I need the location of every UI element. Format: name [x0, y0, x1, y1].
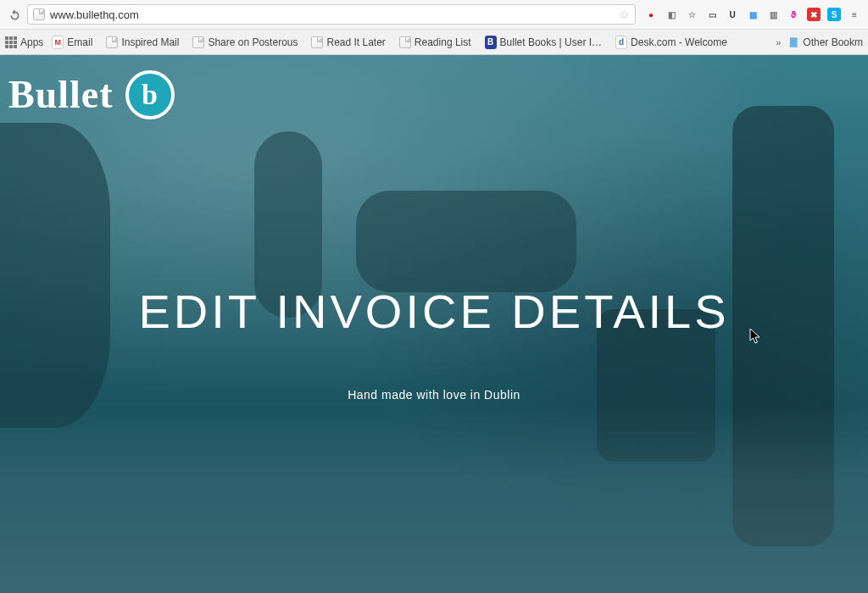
extensions-strip: ●◧☆▭U▦▥ϑ✖S≡ — [639, 6, 863, 23]
brand-badge: b — [125, 70, 175, 119]
bookmark-label: Inspired Mail — [121, 36, 179, 48]
hero-subtitle: Hand made with love in Dublin — [0, 388, 868, 402]
bookmarks-bar: Apps MEmailInspired MailShare on Postero… — [0, 29, 868, 54]
apps-button[interactable]: Apps — [5, 36, 43, 48]
page-viewport: Bullet b EDIT INVOICE DETAILS Hand made … — [0, 55, 868, 593]
extension-swirl-icon[interactable]: ϑ — [785, 6, 802, 23]
url-text: www.bullethq.com — [50, 8, 614, 21]
bookmark-items: MEmailInspired MailShare on PosterousRea… — [52, 36, 727, 48]
bullet-icon: B — [485, 36, 497, 48]
bookmark-item[interactable]: BBullet Books | User I… — [485, 36, 603, 48]
bookmark-label: Reading List — [415, 36, 471, 48]
extension-star-icon[interactable]: ☆ — [683, 6, 700, 23]
extension-square-icon[interactable]: ◧ — [663, 6, 680, 23]
bookmark-label: Read It Later — [326, 36, 385, 48]
bookmark-item[interactable]: Read It Later — [311, 36, 385, 48]
folder-icon: ▇ — [787, 36, 799, 48]
page-icon — [399, 36, 411, 48]
hero: EDIT INVOICE DETAILS Hand made with love… — [0, 284, 868, 402]
page-icon — [311, 36, 323, 48]
other-bookmarks[interactable]: ▇ Other Bookm — [787, 36, 863, 48]
extension-window-icon[interactable]: ▭ — [704, 6, 721, 23]
bookmark-item[interactable]: Share on Posterous — [192, 36, 298, 48]
hero-title: EDIT INVOICE DETAILS — [0, 284, 868, 339]
extension-box-icon[interactable]: ▦ — [744, 6, 761, 23]
bookmark-label: Share on Posterous — [208, 36, 298, 48]
bg-shape — [0, 407, 868, 593]
reload-button[interactable] — [5, 5, 24, 24]
brand-badge-letter: b — [142, 80, 158, 109]
apps-icon — [5, 36, 17, 48]
apps-label: Apps — [20, 36, 43, 48]
extension-grid-icon[interactable]: ▥ — [765, 6, 782, 23]
extension-menu-icon[interactable]: ≡ — [846, 6, 863, 23]
extension-red-dot-icon[interactable]: ● — [643, 6, 659, 23]
extension-cross-icon[interactable]: ✖ — [805, 6, 822, 23]
browser-chrome: www.bullethq.com ☆ ●◧☆▭U▦▥ϑ✖S≡ Apps MEma… — [0, 0, 868, 55]
overflow-chevron-icon[interactable]: » — [776, 37, 781, 47]
bookmarks-overflow: » ▇ Other Bookm — [776, 36, 863, 48]
bookmark-label: Email — [67, 36, 92, 48]
bg-shape — [356, 191, 576, 292]
bookmark-item[interactable]: MEmail — [52, 36, 92, 48]
page-icon — [192, 36, 204, 48]
bookmark-label: Bullet Books | User I… — [500, 36, 603, 48]
site-icon — [33, 8, 45, 20]
bookmark-star-icon[interactable]: ☆ — [619, 8, 630, 21]
desk-icon: d — [615, 36, 627, 48]
extension-skype-icon[interactable]: S — [826, 6, 843, 23]
other-bookmarks-label: Other Bookm — [803, 36, 863, 48]
extension-u-icon[interactable]: U — [724, 6, 741, 23]
bookmark-label: Desk.com - Welcome — [631, 36, 727, 48]
bookmark-item[interactable]: dDesk.com - Welcome — [615, 36, 727, 48]
bookmark-item[interactable]: Reading List — [399, 36, 471, 48]
brand-wordmark: Bullet — [8, 75, 114, 114]
page-icon — [106, 36, 118, 48]
brand-logo[interactable]: Bullet b — [8, 70, 175, 119]
address-bar[interactable]: www.bullethq.com ☆ — [27, 4, 636, 25]
bookmark-item[interactable]: Inspired Mail — [106, 36, 179, 48]
toolbar: www.bullethq.com ☆ ●◧☆▭U▦▥ϑ✖S≡ — [0, 0, 868, 29]
gmail-icon: M — [52, 36, 64, 48]
